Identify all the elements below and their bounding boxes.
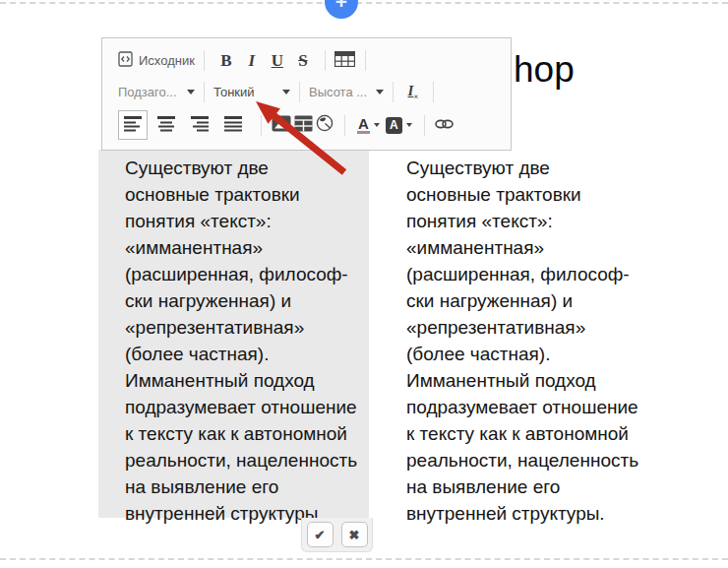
chevron-down-icon xyxy=(376,90,384,95)
text-line: понятия «текст»: xyxy=(406,208,652,234)
paragraph-format-dropdown[interactable]: Подзаго... xyxy=(118,81,195,104)
source-button[interactable]: Исходник xyxy=(118,48,195,74)
text-line: на выявление его xyxy=(125,473,369,500)
globe-button[interactable] xyxy=(314,112,335,138)
paragraph-format-value: Подзаго... xyxy=(118,85,177,99)
text-line: понятия «текст»: xyxy=(125,208,369,234)
toolbar-separator xyxy=(393,82,394,102)
text-line: (более частная). xyxy=(125,341,369,367)
underline-button[interactable]: U xyxy=(265,48,290,74)
chevron-down-icon xyxy=(374,123,380,127)
text-line: «имманентная» xyxy=(125,234,369,261)
font-size-value: Высота ... xyxy=(309,85,367,99)
text-line: подразумевает отношение xyxy=(125,394,369,420)
rich-text-editor-toolbar: Исходник B I U S xyxy=(101,37,512,151)
toolbar-row-1: Исходник B I U S xyxy=(118,45,501,76)
remove-format-button[interactable]: I× xyxy=(402,80,424,105)
background-color-button[interactable]: A xyxy=(386,117,412,134)
chevron-down-icon xyxy=(187,90,195,95)
globe-icon xyxy=(316,114,334,136)
editable-text-column[interactable]: Существуют двеосновные трактовкипонятия … xyxy=(98,150,369,518)
layout-grid-button[interactable] xyxy=(292,112,314,138)
toolbar-separator xyxy=(424,115,425,136)
font-family-dropdown[interactable]: Тонкий xyxy=(213,81,290,104)
align-right-icon xyxy=(191,114,209,136)
text-line: основные трактовки xyxy=(125,181,369,208)
chevron-down-icon xyxy=(282,90,290,95)
text-line: Существуют две xyxy=(125,155,369,181)
text-line: реальности, нацеленность xyxy=(125,447,369,473)
page: + hop Исходник B I U S xyxy=(0,0,728,568)
align-center-button[interactable] xyxy=(152,110,181,140)
static-text-column: Существуют двеосновные трактовкипонятия … xyxy=(406,150,652,527)
strikethrough-button[interactable]: S xyxy=(290,48,316,74)
text-line: внутренней структуры. xyxy=(406,500,652,527)
text-line: «репрезентативная» xyxy=(406,314,652,341)
plus-icon: + xyxy=(335,0,347,14)
text-line: «репрезентативная» xyxy=(125,314,369,341)
text-line: на выявление его xyxy=(406,473,652,500)
link-icon xyxy=(435,116,454,134)
align-justify-icon xyxy=(224,114,242,136)
text-line: Имманентный подход xyxy=(125,367,369,394)
insert-link-button[interactable] xyxy=(434,112,455,138)
top-dashed-divider xyxy=(0,2,728,4)
toolbar-separator xyxy=(433,82,434,102)
toolbar-separator xyxy=(325,50,326,71)
text-color-button[interactable]: A xyxy=(357,117,380,134)
text-line: к тексту как к автономной xyxy=(406,420,652,447)
close-icon: ✖ xyxy=(349,528,360,542)
confirm-button[interactable]: ✔ xyxy=(307,522,334,547)
align-left-button[interactable] xyxy=(118,110,148,140)
toolbar-separator xyxy=(261,115,262,136)
toolbar-row-2: Подзаго... Тонкий Высота ... I× xyxy=(118,76,501,108)
align-right-button[interactable] xyxy=(185,110,214,140)
toolbar-separator xyxy=(365,50,366,71)
align-center-icon xyxy=(157,114,175,136)
source-code-icon xyxy=(118,51,133,70)
text-line: (расширенная, философ- xyxy=(125,261,369,287)
insert-table-button[interactable] xyxy=(334,48,356,74)
background-color-icon: A xyxy=(386,117,402,134)
edit-confirm-bar: ✔ ✖ xyxy=(301,518,373,552)
text-line: основные трактовки xyxy=(406,181,652,208)
text-line: подразумевает отношение xyxy=(406,394,652,420)
toolbar-separator xyxy=(204,50,205,71)
page-title-partial: hop xyxy=(514,49,575,91)
toolbar-row-3: A A xyxy=(118,108,501,142)
checkmark-icon: ✔ xyxy=(315,528,326,542)
text-line: (расширенная, философ- xyxy=(406,261,652,287)
text-line: реальности, нацеленность xyxy=(406,447,652,473)
text-line: ски нагруженная) и xyxy=(125,287,369,314)
insert-image-button[interactable] xyxy=(271,112,292,138)
text-line: к тексту как к автономной xyxy=(125,420,369,447)
chevron-down-icon xyxy=(406,123,412,127)
image-icon xyxy=(272,115,291,136)
toolbar-separator xyxy=(204,82,205,102)
remove-format-icon: I× xyxy=(408,83,419,101)
text-line: Имманентный подход xyxy=(406,367,652,394)
table-icon xyxy=(334,51,355,71)
text-line: (более частная). xyxy=(406,341,652,367)
font-size-dropdown[interactable]: Высота ... xyxy=(309,81,384,104)
layout-grid-icon xyxy=(294,115,313,136)
add-block-button[interactable]: + xyxy=(325,0,358,19)
text-line: «имманентная» xyxy=(406,234,652,261)
text-line: Существуют две xyxy=(406,155,652,181)
bottom-dashed-divider xyxy=(0,558,728,560)
italic-button[interactable]: I xyxy=(239,48,265,74)
align-left-icon xyxy=(124,114,142,136)
align-justify-button[interactable] xyxy=(218,110,248,140)
toolbar-separator xyxy=(344,115,345,136)
text-color-icon: A xyxy=(357,117,370,134)
cancel-button[interactable]: ✖ xyxy=(341,522,368,547)
bold-button[interactable]: B xyxy=(213,48,239,74)
text-line: ски нагруженная) и xyxy=(406,287,652,314)
source-button-label: Исходник xyxy=(139,53,195,68)
toolbar-separator xyxy=(299,82,300,102)
font-family-value: Тонкий xyxy=(213,85,255,99)
